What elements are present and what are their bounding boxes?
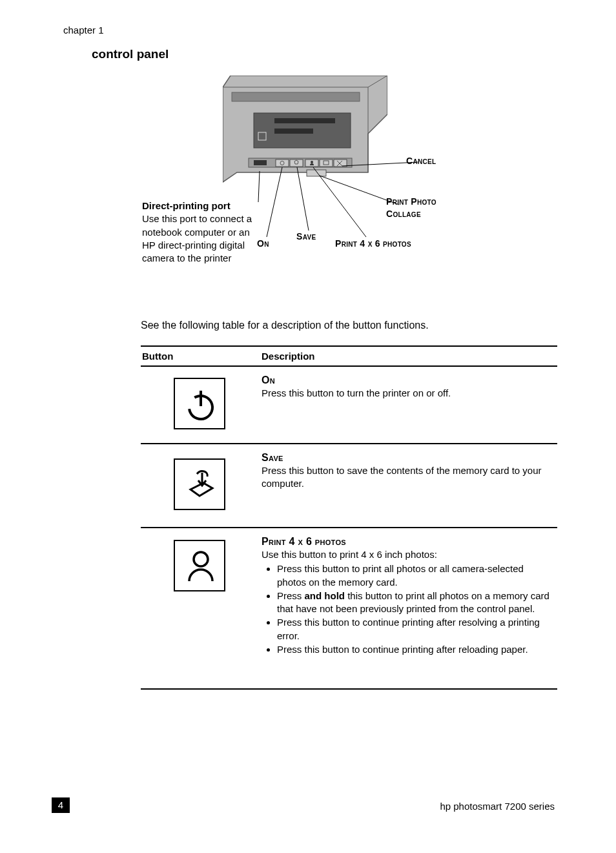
footer-text: hp photosmart 7200 series [440, 801, 555, 812]
table-intro-text: See the following table for a descriptio… [141, 320, 555, 331]
callout-on: On [257, 238, 269, 250]
callout-print-collage: Print Photo Collage [386, 196, 464, 220]
row-on-title: On [262, 375, 553, 386]
leader-lines [52, 76, 504, 289]
callout-direct-port: Direct-printing port Use this port to co… [142, 200, 258, 265]
table-header-description: Description [260, 346, 557, 366]
svg-line-18 [297, 167, 309, 231]
list-item: Press this button to continue printing a… [277, 616, 553, 642]
svg-line-16 [258, 171, 260, 202]
button-function-table: Button Description On Press this button … [141, 345, 557, 690]
callout-direct-port-title: Direct-printing port [142, 200, 258, 212]
svg-line-19 [313, 167, 366, 237]
svg-point-24 [194, 552, 208, 566]
callout-print-4x6: Print 4 x 6 photos [335, 238, 411, 250]
callout-cancel: Cancel [406, 155, 436, 167]
person-photo-icon [174, 540, 225, 591]
list-item: Press this button to print all photos or… [277, 562, 553, 589]
table-row: Save Press this button to save the conte… [141, 444, 557, 528]
callout-direct-port-body: Use this port to connect a notebook comp… [142, 212, 258, 265]
page-number: 4 [52, 797, 70, 813]
row-print4x6-list: Press this button to print all photos or… [273, 562, 553, 656]
control-panel-diagram: Direct-printing port Use this port to co… [52, 76, 555, 289]
section-heading: control panel [92, 47, 555, 61]
table-row: Print 4 x 6 photos Use this button to pr… [141, 528, 557, 689]
save-icon [174, 458, 225, 510]
callout-save: Save [296, 231, 316, 243]
power-icon [174, 378, 225, 429]
svg-line-17 [267, 167, 282, 237]
list-item: Press and hold this button to print all … [277, 590, 553, 616]
chapter-label: chapter 1 [63, 25, 555, 36]
row-print4x6-intro: Use this button to print 4 x 6 inch phot… [262, 548, 553, 561]
table-row: On Press this button to turn the printer… [141, 366, 557, 444]
row-save-title: Save [262, 452, 553, 464]
table-header-button: Button [141, 346, 260, 366]
list-item: Press this button to continue printing a… [277, 643, 553, 656]
row-print4x6-title: Print 4 x 6 photos [262, 536, 553, 548]
row-save-body: Press this button to save the contents o… [262, 464, 553, 491]
row-on-body: Press this button to turn the printer on… [262, 387, 553, 400]
